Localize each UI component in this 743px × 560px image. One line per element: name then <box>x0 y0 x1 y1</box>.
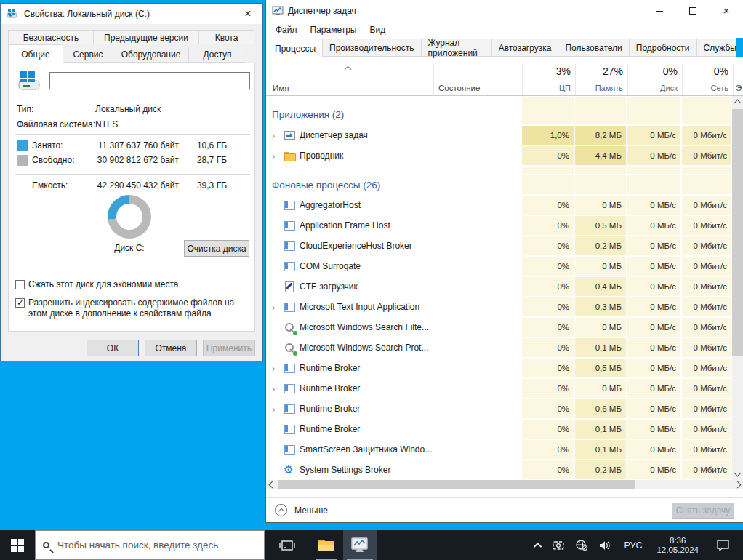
status-cell <box>433 460 521 480</box>
process-group-row[interactable]: Фоновые процессы (26) <box>266 175 733 195</box>
menu-item-Вид[interactable]: Вид <box>363 25 392 35</box>
tab-Сервис[interactable]: Сервис <box>63 47 113 63</box>
process-row[interactable]: Microsoft Text Input Application0%0,3 МБ… <box>266 297 733 317</box>
process-group-row[interactable]: Приложения (2) <box>266 96 733 125</box>
net-cell <box>681 166 732 175</box>
process-row[interactable]: COM Surrogate0%0 МБ0 МБ/с0 Мбит/с <box>266 256 733 276</box>
status-cell <box>433 96 521 125</box>
tab-Общие[interactable]: Общие <box>8 44 63 63</box>
net-cell: 0 Мбит/с <box>681 215 732 236</box>
process-name-cell: Runtime Broker <box>266 419 433 439</box>
compress-checkbox-row[interactable]: Сжать этот диск для экономии места <box>15 279 249 290</box>
horizontal-scrollbar[interactable] <box>266 480 743 489</box>
minimize-icon[interactable] <box>643 0 676 22</box>
process-row[interactable]: CloudExperienceHost Broker0%0,2 МБ0 МБ/с… <box>266 236 733 256</box>
tab-Безопасность[interactable]: Безопасность <box>8 30 94 44</box>
scroll-down-icon[interactable] <box>734 470 742 477</box>
process-row[interactable]: Runtime Broker0%0,1 МБ0 МБ/с0 Мбит/с <box>266 419 733 439</box>
index-checkbox-row[interactable]: Разрешить индексировать содержимое файло… <box>15 297 249 319</box>
volume-label-input[interactable] <box>49 72 250 89</box>
column-header-partial[interactable]: Э <box>733 64 743 95</box>
tab-Производительность[interactable]: Производительность <box>322 39 421 57</box>
scroll-left-icon[interactable] <box>269 481 276 489</box>
volume-button[interactable] <box>595 530 615 560</box>
fewer-details-label[interactable]: Меньше <box>294 505 328 516</box>
cpu-cell: 0% <box>521 317 574 337</box>
task-manager-titlebar[interactable]: Диспетчер задач × <box>266 0 743 22</box>
expand-chevron-icon[interactable] <box>272 383 284 394</box>
column-header-memory[interactable]: 27% Память <box>575 64 627 95</box>
status-cell <box>433 236 521 256</box>
task-view-button[interactable] <box>270 530 304 560</box>
index-checkbox[interactable] <box>15 298 25 308</box>
process-row[interactable]: SmartScreen Защитника Windo...0%0,1 МБ0 … <box>266 439 733 460</box>
expand-chevron-icon[interactable] <box>272 130 284 141</box>
process-row[interactable]: Microsoft Windows Search Prot...0%0,1 МБ… <box>266 337 733 358</box>
network-status-button[interactable] <box>571 530 592 560</box>
scroll-up-icon[interactable] <box>734 100 742 107</box>
properties-titlebar[interactable]: Свойства: Локальный диск (C:) × <box>1 4 262 24</box>
vertical-scrollbar[interactable] <box>732 96 743 480</box>
disk-cleanup-button[interactable]: Очистка диска <box>184 240 249 257</box>
file-explorer-button[interactable] <box>310 530 343 560</box>
disk-cell: 0 МБ/с <box>627 419 681 439</box>
tab-Оборудование[interactable]: Оборудование <box>113 47 189 63</box>
tab-Пользователи[interactable]: Пользователи <box>558 39 629 57</box>
tab-Автозагрузка[interactable]: Автозагрузка <box>491 39 559 57</box>
process-row[interactable]: Application Frame Host0%0,5 МБ0 МБ/с0 Мб… <box>266 215 733 236</box>
expand-chevron-icon[interactable] <box>272 404 284 415</box>
column-header-disk[interactable]: 0% Диск <box>627 64 682 95</box>
process-row[interactable]: Runtime Broker0%0,6 МБ0 МБ/с0 Мбит/с <box>266 399 733 419</box>
menu-item-Параметры[interactable]: Параметры <box>304 25 364 35</box>
taskbar-clock[interactable]: 8:36 12.05.2024 <box>651 530 704 560</box>
ok-button[interactable]: ОК <box>87 340 139 356</box>
tab-Квота[interactable]: Квота <box>198 30 254 44</box>
column-header-name[interactable]: Имя <box>267 64 433 95</box>
disk-cell: 0 МБ/с <box>627 195 681 215</box>
folder-icon <box>284 150 295 161</box>
expand-chevron-icon[interactable] <box>272 302 284 313</box>
process-row[interactable]: System Settings Broker0%0,2 МБ0 МБ/с0 Мб… <box>266 460 733 480</box>
show-hidden-icons-button[interactable] <box>532 530 545 560</box>
task-manager-taskbar-button[interactable] <box>343 530 377 560</box>
tab-Предыдущие версии[interactable]: Предыдущие версии <box>93 30 199 44</box>
column-header-status[interactable]: Состояние <box>433 64 522 95</box>
capacity-bytes: 42 290 450 432 байт <box>89 180 179 191</box>
column-header-network[interactable]: 0% Сеть <box>682 64 733 95</box>
vertical-scrollbar-thumb[interactable] <box>732 109 743 356</box>
taskbar-search[interactable] <box>35 530 265 560</box>
tab-Подробности[interactable]: Подробности <box>629 39 697 57</box>
process-row[interactable]: AggregatorHost0%0 МБ0 МБ/с0 Мбит/с <box>266 195 733 215</box>
search-input[interactable] <box>57 540 257 551</box>
action-center-button[interactable] <box>707 530 739 560</box>
fewer-details-icon[interactable] <box>275 504 287 516</box>
start-button[interactable] <box>0 530 35 560</box>
window-icon <box>284 423 295 435</box>
expand-chevron-icon[interactable] <box>272 151 284 161</box>
tray-device-button[interactable] <box>548 530 569 560</box>
tab-Процессы[interactable]: Процессы <box>268 39 323 57</box>
process-row[interactable]: Microsoft Windows Search Filte...0%0 МБ0… <box>266 317 733 337</box>
language-indicator[interactable]: РУС <box>618 530 648 560</box>
tab-Журнал приложений[interactable]: Журнал приложений <box>421 39 492 57</box>
status-column-label: Состояние <box>438 84 480 92</box>
process-row[interactable]: Диспетчер задач1,0%8,2 МБ0 МБ/с0 Мбит/с <box>266 125 733 145</box>
process-row[interactable]: Runtime Broker0%0 МБ0 МБ/с0 Мбит/с <box>266 378 733 399</box>
menu-item-Файл[interactable]: Файл <box>269 25 304 35</box>
tab-Доступ[interactable]: Доступ <box>188 47 246 63</box>
scroll-right-icon[interactable] <box>734 481 742 489</box>
process-name: Runtime Broker <box>300 424 360 434</box>
horizontal-scrollbar-thumb[interactable] <box>278 480 635 489</box>
process-row[interactable]: Runtime Broker0%0,5 МБ0 МБ/с0 Мбит/с <box>266 358 733 378</box>
expand-chevron-icon[interactable] <box>272 363 284 374</box>
status-cell <box>433 175 521 195</box>
close-icon[interactable]: × <box>710 0 743 22</box>
process-row[interactable]: Проводник0%4,4 МБ0 МБ/с0 Мбит/с <box>266 145 733 166</box>
process-name: Application Frame Host <box>300 220 390 231</box>
process-row[interactable]: CTF-загрузчик0%0,4 МБ0 МБ/с0 Мбит/с <box>266 276 733 297</box>
compress-checkbox[interactable] <box>15 280 25 289</box>
cancel-button[interactable]: Отмена <box>145 340 197 356</box>
column-header-cpu[interactable]: 3% ЦП <box>522 64 575 95</box>
close-icon[interactable]: × <box>233 4 262 24</box>
maximize-icon[interactable] <box>676 0 710 22</box>
